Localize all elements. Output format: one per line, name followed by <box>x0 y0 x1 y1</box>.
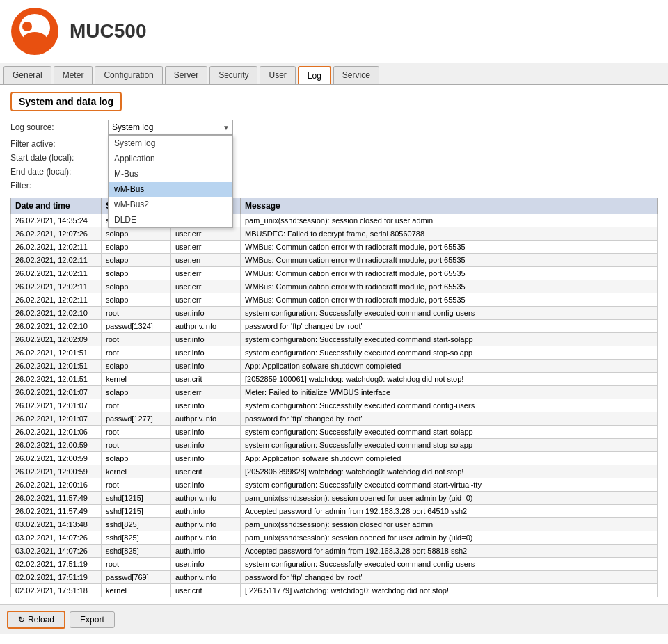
cell-type: user.crit <box>171 373 241 386</box>
cell-message: system configuration: Successfully execu… <box>241 399 658 412</box>
cell-source: solapp <box>102 360 171 373</box>
export-button[interactable]: Export <box>70 611 115 628</box>
cell-source: solapp <box>102 280 171 293</box>
table-row: 26.02.2021, 12:01:07 solapp user.err Met… <box>11 386 658 399</box>
cell-type: user.info <box>171 346 241 360</box>
log-source-dropdown[interactable]: ▼ System log Application M-Bus wM-Bus wM… <box>108 120 233 135</box>
cell-message: system configuration: Successfully execu… <box>241 307 658 320</box>
cell-datetime: 26.02.2021, 12:01:51 <box>11 360 102 373</box>
cell-message: system configuration: Successfully execu… <box>241 558 658 571</box>
cell-source: root <box>102 439 171 452</box>
nav-tabs: General Meter Configuration Server Secur… <box>0 63 668 85</box>
section-title: System and data log <box>10 92 122 111</box>
cell-datetime: 26.02.2021, 12:01:06 <box>11 426 102 439</box>
cell-type: user.err <box>171 280 241 293</box>
bottom-toolbar: ↻ Reload Export <box>0 604 668 634</box>
cell-datetime: 02.02.2021, 17:51:19 <box>11 558 102 571</box>
cell-message: WMBus: Communication error with radiocra… <box>241 254 658 267</box>
tab-configuration[interactable]: Configuration <box>95 66 162 84</box>
cell-type: user.info <box>171 439 241 452</box>
cell-type: user.info <box>171 452 241 465</box>
table-row: 03.02.2021, 14:07:26 sshd[825] auth.info… <box>11 545 658 558</box>
reload-button[interactable]: ↻ Reload <box>7 611 65 629</box>
cell-message: pam_unix(sshd:session): session opened f… <box>241 531 658 545</box>
cell-source: solapp <box>102 254 171 267</box>
cell-message: system configuration: Successfully execu… <box>241 426 658 439</box>
table-row: 26.02.2021, 12:02:11 solapp user.err WMB… <box>11 293 658 307</box>
cell-type: user.err <box>171 227 241 241</box>
cell-type: user.err <box>171 386 241 399</box>
cell-datetime: 26.02.2021, 12:02:11 <box>11 254 102 267</box>
cell-message: [2052806.899828] watchdog: watchdog0: wa… <box>241 465 658 478</box>
dropdown-item-application[interactable]: Application <box>109 151 232 166</box>
end-date-label: End date (local): <box>10 167 108 177</box>
table-row: 26.02.2021, 12:01:51 root user.info syst… <box>11 346 658 360</box>
tab-log[interactable]: Log <box>298 66 331 84</box>
cell-message: pam_unix(sshd:session): session opened f… <box>241 492 658 505</box>
dropdown-item-wmbus2[interactable]: wM-Bus2 <box>109 197 232 212</box>
cell-message: Accepted password for admin from 192.168… <box>241 505 658 518</box>
cell-datetime: 26.02.2021, 12:01:07 <box>11 412 102 426</box>
cell-datetime: 26.02.2021, 12:00:59 <box>11 439 102 452</box>
cell-datetime: 02.02.2021, 17:51:19 <box>11 571 102 584</box>
table-row: 26.02.2021, 12:01:06 root user.info syst… <box>11 426 658 439</box>
tab-user[interactable]: User <box>260 66 295 84</box>
table-row: 26.02.2021, 12:01:07 passwd[1277] authpr… <box>11 412 658 426</box>
cell-message: WMBus: Communication error with radiocra… <box>241 280 658 293</box>
cell-source: sshd[825] <box>102 545 171 558</box>
table-row: 03.02.2021, 14:13:48 sshd[825] authpriv.… <box>11 518 658 531</box>
cell-message: WMBus: Communication error with radiocra… <box>241 293 658 307</box>
cell-datetime: 26.02.2021, 12:00:59 <box>11 452 102 465</box>
cell-source: sshd[825] <box>102 518 171 531</box>
cell-datetime: 26.02.2021, 12:07:26 <box>11 227 102 241</box>
main-content: System and data log Log source: ▼ System… <box>0 85 668 604</box>
col-header-message: Message <box>241 198 658 214</box>
dropdown-item-wmbus[interactable]: wM-Bus <box>109 182 232 197</box>
cell-message: system configuration: Successfully execu… <box>241 439 658 452</box>
table-row: 26.02.2021, 12:02:11 solapp user.err WMB… <box>11 267 658 280</box>
tab-general[interactable]: General <box>3 66 51 84</box>
cell-datetime: 26.02.2021, 12:02:10 <box>11 320 102 333</box>
cell-type: authpriv.info <box>171 571 241 584</box>
cell-message: MBUSDEC: Failed to decrypt frame, serial… <box>241 227 658 241</box>
table-row: 26.02.2021, 12:02:11 solapp user.err WMB… <box>11 254 658 267</box>
tab-service[interactable]: Service <box>333 66 379 84</box>
app-logo <box>10 7 59 56</box>
cell-source: sshd[825] <box>102 531 171 545</box>
cell-datetime: 03.02.2021, 14:07:26 <box>11 531 102 545</box>
cell-source: kernel <box>102 465 171 478</box>
start-date-label: Start date (local): <box>10 153 108 163</box>
dropdown-item-dlde[interactable]: DLDE <box>109 212 232 227</box>
cell-type: user.err <box>171 254 241 267</box>
table-row: 26.02.2021, 12:01:51 kernel user.crit [2… <box>11 373 658 386</box>
dropdown-item-mbus[interactable]: M-Bus <box>109 166 232 182</box>
table-row: 26.02.2021, 12:02:11 solapp user.err WMB… <box>11 241 658 254</box>
table-row: 02.02.2021, 17:51:19 root user.info syst… <box>11 558 658 571</box>
log-source-input[interactable] <box>108 120 233 135</box>
dropdown-item-systemlog[interactable]: System log <box>109 136 232 151</box>
table-row: 02.02.2021, 17:51:18 kernel user.crit [ … <box>11 584 658 597</box>
cell-datetime: 26.02.2021, 12:01:07 <box>11 386 102 399</box>
cell-type: auth.info <box>171 545 241 558</box>
table-row: 03.02.2021, 14:07:26 sshd[825] authpriv.… <box>11 531 658 545</box>
tab-server[interactable]: Server <box>165 66 207 84</box>
cell-message: App: Application sofware shutdown comple… <box>241 452 658 465</box>
cell-source: solapp <box>102 293 171 307</box>
tab-meter[interactable]: Meter <box>54 66 93 84</box>
cell-source: sshd[1215] <box>102 492 171 505</box>
cell-source: passwd[769] <box>102 571 171 584</box>
tab-security[interactable]: Security <box>209 66 257 84</box>
cell-source: kernel <box>102 373 171 386</box>
cell-source: solapp <box>102 386 171 399</box>
cell-source: root <box>102 333 171 346</box>
cell-type: user.info <box>171 399 241 412</box>
table-row: 26.02.2021, 12:00:16 root user.info syst… <box>11 478 658 492</box>
table-row: 26.02.2021, 11:57:49 sshd[1215] auth.inf… <box>11 505 658 518</box>
cell-message: WMBus: Communication error with radiocra… <box>241 241 658 254</box>
svg-point-2 <box>22 22 32 31</box>
cell-message: App: Application sofware shutdown comple… <box>241 360 658 373</box>
table-row: 26.02.2021, 12:00:59 kernel user.crit [2… <box>11 465 658 478</box>
filter-active-label: Filter active: <box>10 139 108 149</box>
cell-datetime: 03.02.2021, 14:07:26 <box>11 545 102 558</box>
cell-message: pam_unix(sshd:session): session closed f… <box>241 214 658 227</box>
